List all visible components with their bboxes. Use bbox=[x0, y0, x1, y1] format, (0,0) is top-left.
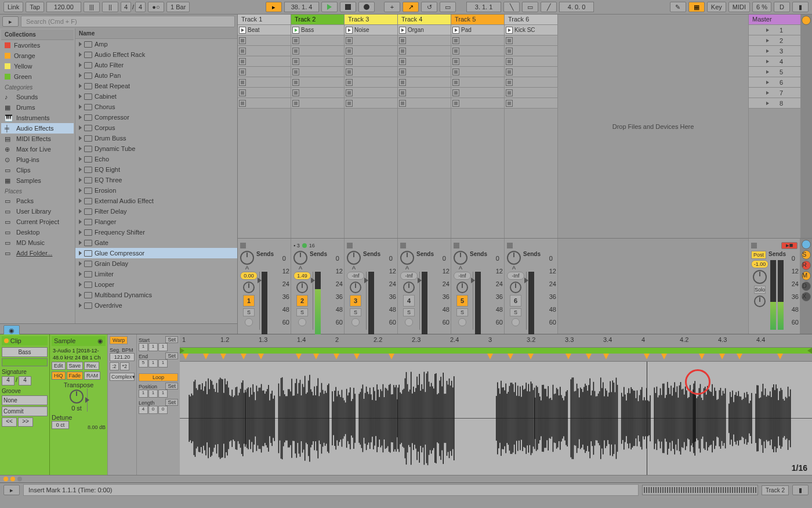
clip-stop-icon[interactable] bbox=[292, 58, 299, 65]
clip-slot-empty[interactable] bbox=[398, 56, 451, 67]
category-item[interactable]: ╪Audio Effects bbox=[1, 123, 74, 134]
warp-marker[interactable] bbox=[183, 354, 188, 359]
collection-item[interactable]: Green bbox=[1, 71, 74, 82]
clip-slot-empty[interactable] bbox=[291, 98, 344, 109]
clip-stop-icon[interactable] bbox=[346, 79, 353, 86]
warp-marker[interactable] bbox=[296, 354, 302, 359]
clip-stop-icon[interactable] bbox=[346, 58, 353, 65]
search-input[interactable] bbox=[21, 16, 235, 27]
sig-numerator[interactable]: 4 bbox=[2, 376, 14, 385]
set-length-button[interactable]: Set bbox=[165, 399, 178, 406]
clip-stop-icon[interactable] bbox=[399, 100, 406, 107]
track-header[interactable]: Track 6 bbox=[505, 15, 557, 25]
clip-slot-empty[interactable] bbox=[345, 98, 397, 109]
clip-slot-empty[interactable] bbox=[345, 35, 397, 46]
metronome-toggle-icon[interactable]: ●○ bbox=[148, 2, 164, 12]
scene-launch[interactable]: 3 bbox=[749, 46, 800, 56]
solo-button[interactable]: S bbox=[350, 308, 361, 316]
clip-view-icon[interactable] bbox=[10, 477, 15, 481]
device-item[interactable]: Chorus bbox=[75, 102, 237, 112]
clip-stop-icon[interactable] bbox=[399, 48, 406, 55]
record-button[interactable] bbox=[358, 2, 375, 12]
nudge-down-icon[interactable]: || bbox=[102, 2, 118, 12]
wave-ruler[interactable]: 11.21.31.422.22.32.433.23.33.444.24.34.4 bbox=[180, 334, 812, 348]
clip-slot-empty[interactable] bbox=[505, 56, 557, 67]
position-digit[interactable]: 1 bbox=[148, 343, 158, 351]
scene-launch[interactable]: 1 bbox=[749, 25, 800, 35]
warp-marker[interactable] bbox=[354, 354, 360, 359]
device-item[interactable]: Echo bbox=[75, 154, 237, 164]
clip-slot-empty[interactable] bbox=[505, 77, 557, 88]
category-item[interactable]: ⊕Max for Live bbox=[1, 144, 74, 154]
clip-stop-icon[interactable] bbox=[239, 89, 246, 96]
category-item[interactable]: ⊙Plug-ins bbox=[1, 154, 74, 165]
clip-slot[interactable]: Beat bbox=[238, 25, 291, 35]
clip-slot-empty[interactable] bbox=[238, 56, 291, 67]
clip-stop-icon[interactable] bbox=[452, 48, 459, 55]
waveform[interactable] bbox=[180, 362, 812, 475]
clip-stop-icon[interactable] bbox=[346, 100, 353, 107]
loop-length[interactable]: 4. 0. 0 bbox=[559, 2, 594, 12]
clip-stop-icon[interactable] bbox=[399, 37, 406, 44]
device-item[interactable]: Audio Effect Rack bbox=[75, 49, 237, 60]
device-item[interactable]: Beat Repeat bbox=[75, 81, 237, 91]
clip-slot-empty[interactable] bbox=[505, 67, 557, 77]
play-button[interactable] bbox=[321, 2, 338, 12]
quantize-menu[interactable]: 1 Bar bbox=[166, 2, 190, 12]
scene-launch[interactable]: 4 bbox=[749, 56, 800, 67]
device-item[interactable]: Overdrive bbox=[75, 300, 237, 311]
solo-button[interactable]: S bbox=[243, 308, 255, 316]
seg-bpm-value[interactable]: 121.20 bbox=[110, 353, 135, 361]
post-button[interactable]: Post bbox=[751, 251, 766, 259]
io-toggle-icon[interactable] bbox=[802, 240, 811, 249]
computer-midi-icon[interactable]: ▦ bbox=[688, 2, 705, 12]
position-digit[interactable]: 1 bbox=[158, 390, 168, 398]
category-item[interactable]: 🎹Instruments bbox=[1, 113, 74, 123]
help-view-icon[interactable]: ▸ bbox=[3, 485, 20, 495]
ts-num[interactable]: 4 bbox=[121, 2, 131, 12]
clip-stop-icon[interactable] bbox=[292, 37, 299, 44]
clip-slot-empty[interactable] bbox=[238, 46, 291, 56]
position-digit[interactable]: 5 bbox=[139, 359, 148, 368]
device-item[interactable]: EQ Three bbox=[75, 175, 237, 185]
detune-value[interactable]: 0 ct bbox=[52, 421, 69, 429]
device-item[interactable]: Cabinet bbox=[75, 91, 237, 102]
clip-name-field[interactable]: Bass bbox=[2, 347, 48, 357]
device-item[interactable]: Flanger bbox=[75, 217, 237, 227]
position-digit[interactable]: 0 bbox=[148, 406, 158, 414]
prev-clip-button[interactable]: << bbox=[2, 417, 17, 427]
track-activator[interactable]: 2 bbox=[296, 295, 308, 307]
clip-stop-icon[interactable] bbox=[346, 37, 353, 44]
place-item[interactable]: ▭Packs bbox=[1, 196, 74, 206]
save-button[interactable]: Save bbox=[67, 362, 84, 370]
clip-slot[interactable]: Bass bbox=[291, 25, 344, 35]
clip-play-icon[interactable] bbox=[399, 27, 406, 34]
clip-slot-empty[interactable] bbox=[238, 98, 291, 109]
send-knob[interactable] bbox=[400, 251, 414, 265]
track-header[interactable]: Track 2 bbox=[291, 15, 344, 25]
pan-knob[interactable] bbox=[403, 282, 415, 293]
clip-play-icon[interactable] bbox=[452, 27, 459, 34]
clip-stop-icon[interactable] bbox=[452, 89, 459, 96]
clip-slot-empty[interactable] bbox=[238, 77, 291, 88]
volume-fader[interactable] bbox=[258, 278, 262, 283]
clip-stop-icon[interactable] bbox=[452, 37, 459, 44]
category-item[interactable]: ▤MIDI Effects bbox=[1, 134, 74, 144]
clip-stop-icon[interactable] bbox=[399, 79, 406, 86]
device-item[interactable]: Filter Delay bbox=[75, 206, 237, 217]
clip-overview[interactable] bbox=[642, 485, 758, 495]
warp-marker[interactable] bbox=[203, 354, 209, 359]
warp-marker[interactable] bbox=[487, 354, 493, 359]
crossfade-toggle-icon[interactable]: X bbox=[802, 292, 811, 301]
clip-stop-icon[interactable] bbox=[399, 89, 406, 96]
clip-slot[interactable]: Noise bbox=[345, 25, 397, 35]
clip-slot-empty[interactable] bbox=[398, 77, 451, 88]
clip-color-swatch[interactable] bbox=[2, 358, 48, 366]
device-item[interactable]: EQ Eight bbox=[75, 164, 237, 175]
clip-stop-icon[interactable] bbox=[452, 100, 459, 107]
clip-slot-empty[interactable] bbox=[451, 46, 504, 56]
track-activator[interactable]: 1 bbox=[243, 295, 255, 307]
midi-map-button[interactable]: MIDI bbox=[728, 2, 750, 12]
volume-fader[interactable] bbox=[524, 278, 528, 283]
scene-launch[interactable]: 8 bbox=[749, 98, 800, 109]
